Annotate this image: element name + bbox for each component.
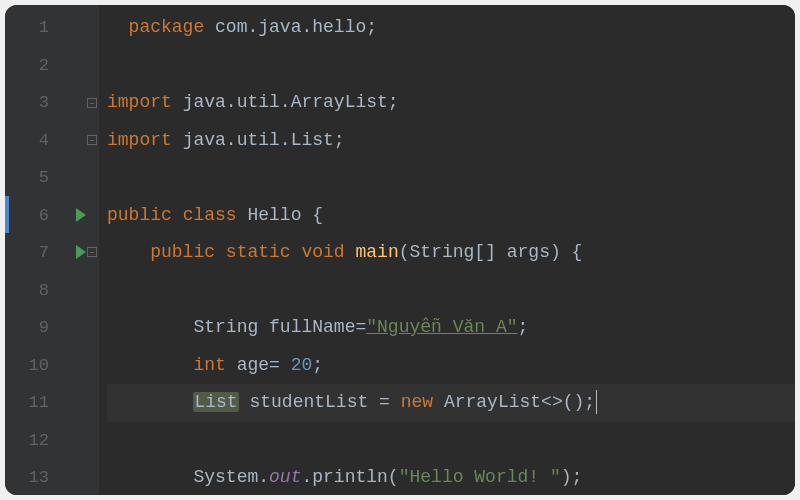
fold-icon[interactable]	[87, 247, 97, 257]
gutter-markers	[67, 5, 99, 495]
line-number[interactable]: 12	[5, 422, 67, 460]
line-number[interactable]: 10	[5, 347, 67, 385]
line-number-gutter: 1 2 3 4 5 6 7 8 9 10 11 12 13	[5, 5, 67, 495]
line-number[interactable]: 7	[5, 234, 67, 272]
code-area[interactable]: package com.java.hello; import java.util…	[99, 5, 795, 495]
code-line[interactable]: System.out.println("Hello World! ");	[107, 459, 795, 495]
line-number[interactable]: 4	[5, 122, 67, 160]
line-number[interactable]: 11	[5, 384, 67, 422]
line-number[interactable]: 6	[5, 197, 67, 235]
line-number[interactable]: 2	[5, 47, 67, 85]
code-line[interactable]: import java.util.ArrayList;	[107, 84, 795, 122]
line-number[interactable]: 13	[5, 459, 67, 495]
run-icon[interactable]	[76, 245, 86, 259]
code-line[interactable]: package com.java.hello;	[107, 9, 795, 47]
code-line[interactable]: int age= 20;	[107, 347, 795, 385]
breakpoint-marker[interactable]	[5, 196, 9, 233]
code-line-current[interactable]: List studentList = new ArrayList<>();	[107, 384, 795, 422]
line-number[interactable]: 5	[5, 159, 67, 197]
line-number[interactable]: 1	[5, 9, 67, 47]
line-number[interactable]: 8	[5, 272, 67, 310]
code-line[interactable]	[107, 422, 795, 460]
code-line[interactable]	[107, 159, 795, 197]
code-line[interactable]	[107, 47, 795, 85]
code-editor: 1 2 3 4 5 6 7 8 9 10 11 12 13 package co…	[5, 5, 795, 495]
code-line[interactable]: String fullName="Nguyễn Văn A";	[107, 309, 795, 347]
run-icon[interactable]	[76, 208, 86, 222]
line-number[interactable]: 3	[5, 84, 67, 122]
line-number[interactable]: 9	[5, 309, 67, 347]
fold-icon[interactable]	[87, 98, 97, 108]
text-caret	[596, 390, 597, 414]
code-line[interactable]: public static void main(String[] args) {	[107, 234, 795, 272]
code-line[interactable]: public class Hello {	[107, 197, 795, 235]
code-line[interactable]: import java.util.List;	[107, 122, 795, 160]
code-line[interactable]	[107, 272, 795, 310]
fold-icon[interactable]	[87, 135, 97, 145]
